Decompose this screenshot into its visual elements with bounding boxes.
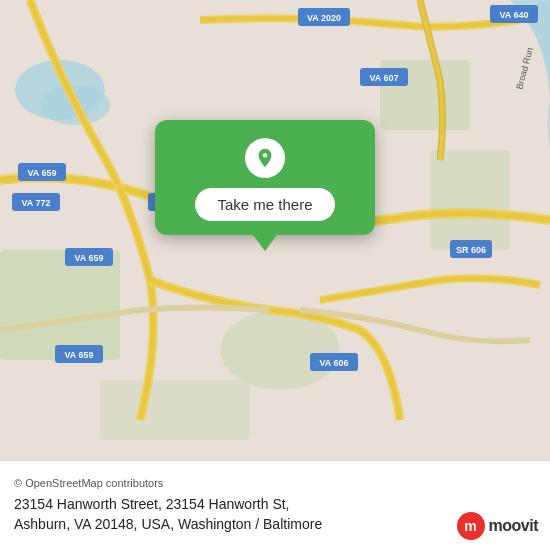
svg-rect-5 bbox=[430, 150, 510, 250]
svg-text:VA 640: VA 640 bbox=[499, 10, 528, 20]
moovit-text: moovit bbox=[489, 517, 538, 535]
svg-text:VA 659: VA 659 bbox=[74, 253, 103, 263]
svg-text:VA 2020: VA 2020 bbox=[307, 13, 341, 23]
svg-text:SR 606: SR 606 bbox=[456, 245, 486, 255]
svg-rect-3 bbox=[0, 250, 120, 360]
svg-text:VA 606: VA 606 bbox=[319, 358, 348, 368]
svg-text:VA 607: VA 607 bbox=[369, 73, 398, 83]
info-bar: © OpenStreetMap contributors 23154 Hanwo… bbox=[0, 460, 550, 550]
moovit-icon: m bbox=[457, 512, 485, 540]
map-view: VA 659 VA 659 VA 659 VA 772 VA VA 607 VA… bbox=[0, 0, 550, 460]
osm-attribution: © OpenStreetMap contributors bbox=[14, 477, 536, 489]
location-pin-icon bbox=[245, 138, 285, 178]
take-me-there-button[interactable]: Take me there bbox=[195, 188, 334, 221]
location-popup: Take me there bbox=[155, 120, 375, 235]
svg-text:VA 659: VA 659 bbox=[64, 350, 93, 360]
svg-text:VA 772: VA 772 bbox=[21, 198, 50, 208]
svg-rect-7 bbox=[100, 380, 250, 440]
svg-text:VA 659: VA 659 bbox=[27, 168, 56, 178]
moovit-logo: m moovit bbox=[457, 512, 538, 540]
